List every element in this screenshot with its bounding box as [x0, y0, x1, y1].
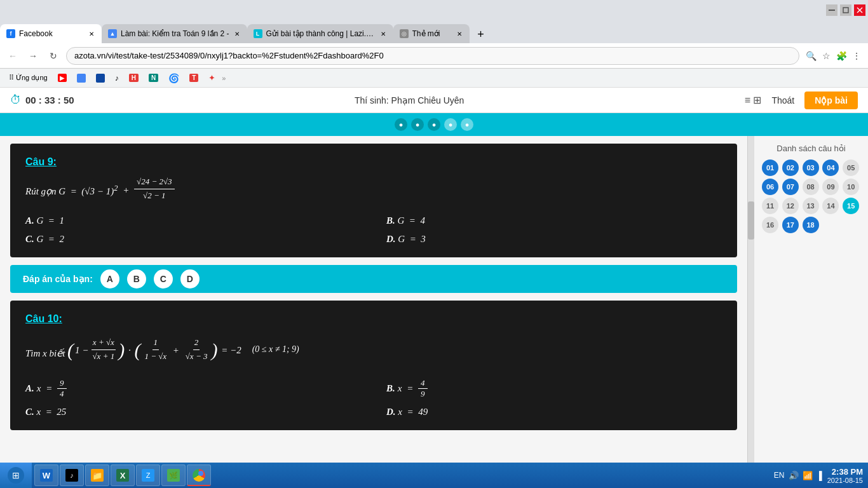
start-button[interactable]: ⊞	[0, 463, 32, 488]
bookmark-star-icon[interactable]: ☆	[820, 50, 832, 62]
tab-close-lazi[interactable]: ✕	[379, 29, 387, 39]
tab-close-lambai[interactable]: ✕	[233, 29, 241, 39]
question-btn-04[interactable]: 04	[822, 159, 839, 176]
title-bar-controls	[826, 4, 865, 16]
question-btn-03[interactable]: 03	[803, 159, 819, 176]
answer-option-c[interactable]: C	[154, 269, 173, 288]
q10-option-b[interactable]: B. x = 4 9	[386, 378, 722, 399]
taskbar-app6[interactable]: 🌿	[161, 464, 186, 486]
back-button[interactable]: ←	[5, 48, 20, 64]
extensions-icon[interactable]: 🧩	[835, 50, 848, 62]
q9-option-a[interactable]: A. G = 1	[25, 215, 361, 226]
address-input[interactable]	[66, 47, 799, 65]
tab-label-facebook: Facebook	[19, 29, 84, 38]
icon3	[96, 74, 105, 83]
bookmark-icon3[interactable]	[92, 72, 109, 84]
page-indicator: ● ● ● ● ●	[0, 113, 868, 136]
tab-close-facebook[interactable]: ✕	[88, 29, 95, 39]
maximize-button[interactable]	[840, 4, 851, 16]
bookmark-h[interactable]: H	[125, 72, 142, 83]
question-btn-07[interactable]: 07	[782, 179, 799, 195]
tab-lam-bai[interactable]: ▲ Làm bài: Kiểm tra Toán 9 lần 2 - ✕	[102, 24, 247, 43]
question-btn-18[interactable]: 18	[803, 217, 819, 233]
scrollbar[interactable]	[747, 136, 754, 463]
taskbar-word[interactable]: W	[34, 464, 58, 486]
q9-option-c[interactable]: C. G = 2	[25, 234, 361, 245]
question-btn-12[interactable]: 12	[782, 198, 799, 214]
bookmark-icon2[interactable]	[73, 72, 90, 84]
question-btn-02[interactable]: 02	[782, 159, 799, 176]
tab-lazi[interactable]: L Gửi bài tập thành công | Lazi.vn - ✕	[247, 24, 393, 43]
tab-facebook[interactable]: f Facebook ✕	[0, 24, 102, 43]
chrome-icon	[193, 469, 205, 482]
h-icon: H	[129, 74, 139, 82]
q10-option-a[interactable]: A. x = 9 4	[25, 378, 361, 399]
question-number-grid: 010203040506070809101112131415161718	[762, 159, 860, 233]
taskbar-chrome[interactable]	[187, 464, 211, 486]
taskbar-files[interactable]: 📁	[85, 464, 109, 486]
answer-option-b[interactable]: B	[127, 269, 146, 288]
taskbar-zoom[interactable]: Z	[136, 464, 160, 486]
bookmark-star[interactable]: ✦	[205, 72, 219, 84]
n-icon: N	[149, 74, 158, 82]
speaker-icon[interactable]: 🔊	[789, 471, 799, 480]
page-dot-2[interactable]: ●	[411, 118, 424, 131]
bookmark-n[interactable]: N	[145, 72, 162, 83]
minimize-button[interactable]	[826, 4, 837, 16]
tab-new[interactable]: ◎ Thẻ mới ✕	[393, 24, 470, 43]
address-bar: ← → ↻ 🔍 ☆ 🧩 ⋮	[0, 43, 868, 69]
search-icon[interactable]: 🔍	[804, 50, 817, 62]
question-btn-08[interactable]: 08	[803, 179, 819, 195]
lang-indicator[interactable]: EN	[774, 471, 785, 480]
question-btn-05[interactable]: 05	[843, 159, 859, 176]
youtube-icon: ▶	[58, 74, 67, 82]
page-dot-5[interactable]: ●	[461, 118, 473, 131]
spiral-icon: 🌀	[168, 73, 179, 83]
question-btn-11[interactable]: 11	[762, 198, 778, 214]
bookmark-youtube[interactable]: ▶	[54, 72, 71, 83]
question-btn-17[interactable]: 17	[782, 217, 799, 233]
question-btn-09[interactable]: 09	[822, 179, 839, 195]
answer-option-d[interactable]: D	[180, 269, 200, 288]
page-dot-3[interactable]: ●	[428, 118, 440, 131]
question-btn-16[interactable]: 16	[762, 217, 778, 233]
q9-option-b[interactable]: B. G = 4	[386, 215, 722, 226]
close-button[interactable]	[854, 4, 865, 16]
question-btn-06[interactable]: 06	[762, 179, 778, 195]
more-bookmarks[interactable]: »	[222, 74, 226, 82]
timer-icon: ⏱	[10, 93, 22, 107]
page-dot-4[interactable]: ●	[444, 118, 457, 131]
q10-option-c[interactable]: C. x = 25	[25, 407, 361, 417]
question-btn-10[interactable]: 10	[843, 179, 859, 195]
question-9-body: Rút gọn G = (√3 − 1)2 + √24 − 2√3 √2 − 1	[25, 178, 722, 203]
q10-option-d[interactable]: D. x = 49	[386, 407, 722, 417]
bookmark-apps[interactable]: ⠿ Ứng dụng	[5, 72, 51, 83]
taskbar-tiktok[interactable]: ♪	[60, 464, 84, 486]
new-tab-button[interactable]: +	[472, 25, 490, 43]
tab-close-new[interactable]: ✕	[456, 29, 463, 39]
answer-option-a[interactable]: A	[100, 269, 119, 288]
list-view-button[interactable]: ≡ ⊞	[745, 94, 762, 106]
question-btn-13[interactable]: 13	[803, 198, 819, 214]
q10-body-text: Tìm x biết ( 1 − x + √x √x + 1 ) · (	[25, 348, 299, 358]
question-btn-14[interactable]: 14	[822, 198, 839, 214]
tab-favicon-lambai: ▲	[108, 29, 117, 38]
menu-icon[interactable]: ⋮	[850, 50, 863, 62]
scrollbar-thumb[interactable]	[748, 201, 754, 240]
system-tray: EN 🔊 📶 ▐	[774, 471, 822, 480]
system-clock[interactable]: 2:38 PM 2021-08-15	[827, 467, 863, 484]
bookmark-spiral[interactable]: 🌀	[165, 72, 183, 85]
page-dot-1[interactable]: ●	[395, 118, 407, 131]
taskbar-excel[interactable]: X	[111, 464, 135, 486]
reload-button[interactable]: ↻	[46, 48, 61, 64]
bookmark-t[interactable]: T	[186, 72, 202, 83]
question-btn-15[interactable]: 15	[843, 198, 859, 214]
exit-button[interactable]: Thoát	[766, 93, 799, 108]
q9-option-d[interactable]: D. G = 3	[386, 234, 722, 245]
forward-button[interactable]: →	[25, 48, 41, 64]
network-icon[interactable]: 📶	[803, 471, 813, 480]
question-9-card: Câu 9: Rút gọn G = (√3 − 1)2 + √24 − 2√3	[10, 144, 737, 257]
submit-button[interactable]: Nộp bài	[804, 92, 858, 109]
bookmark-tiktok[interactable]: ♪	[111, 72, 123, 84]
question-btn-01[interactable]: 01	[762, 159, 778, 176]
